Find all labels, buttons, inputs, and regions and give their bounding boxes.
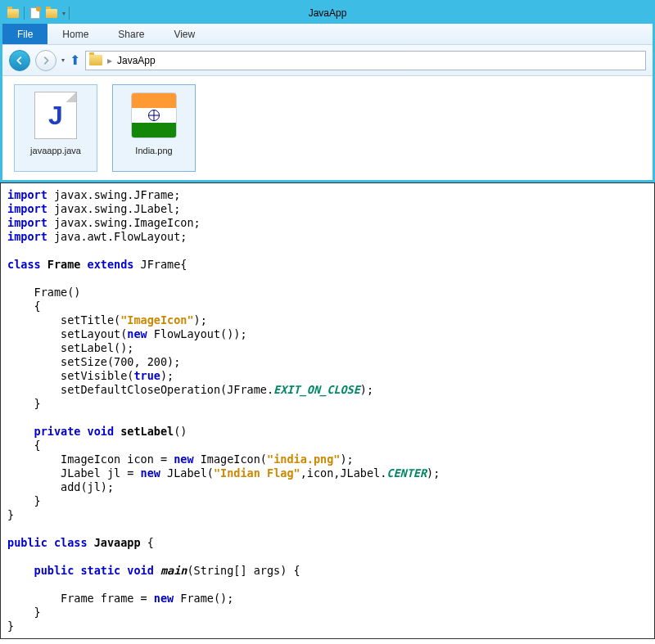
separator — [24, 7, 25, 20]
arrow-right-icon — [40, 55, 52, 66]
up-button[interactable]: ⬆ — [70, 52, 80, 68]
file-list: J javaapp.java India.png — [2, 76, 653, 182]
tab-view[interactable]: View — [159, 24, 210, 44]
separator — [69, 7, 70, 20]
tab-share[interactable]: Share — [103, 24, 159, 44]
quick-access-toolbar: ▾ — [6, 6, 71, 20]
titlebar: ▾ JavaApp — [2, 2, 653, 24]
forward-button[interactable] — [35, 50, 56, 71]
file-item-png[interactable]: India.png — [112, 84, 196, 172]
qat-dropdown-icon[interactable]: ▾ — [62, 10, 66, 17]
breadcrumb-folder[interactable]: JavaApp — [117, 55, 156, 66]
folder-icon[interactable] — [44, 6, 59, 20]
ribbon-tabs: File Home Share View — [2, 24, 653, 45]
arrow-left-icon — [14, 55, 25, 66]
address-bar[interactable]: ▸ JavaApp — [85, 51, 646, 70]
file-explorer-window: ▾ JavaApp File Home Share View ▾ ⬆ ▸ Jav… — [0, 0, 655, 182]
tab-home[interactable]: Home — [47, 24, 103, 44]
file-item-java[interactable]: J javaapp.java — [14, 84, 97, 172]
india-flag-icon — [131, 90, 177, 141]
code-editor: import javax.swing.JFrame; import javax.… — [0, 182, 655, 639]
file-label: javaapp.java — [30, 144, 81, 155]
nav-toolbar: ▾ ⬆ ▸ JavaApp — [2, 45, 653, 76]
recent-locations-icon[interactable]: ▾ — [61, 56, 65, 64]
tab-file[interactable]: File — [2, 24, 47, 44]
file-label: India.png — [135, 144, 172, 155]
breadcrumb-separator: ▸ — [107, 55, 112, 66]
folder-icon — [89, 55, 102, 65]
back-button[interactable] — [9, 50, 30, 71]
java-file-icon: J — [33, 90, 79, 141]
new-file-icon[interactable] — [28, 6, 43, 20]
folder-icon[interactable] — [6, 6, 20, 20]
window-title: JavaApp — [309, 7, 347, 19]
